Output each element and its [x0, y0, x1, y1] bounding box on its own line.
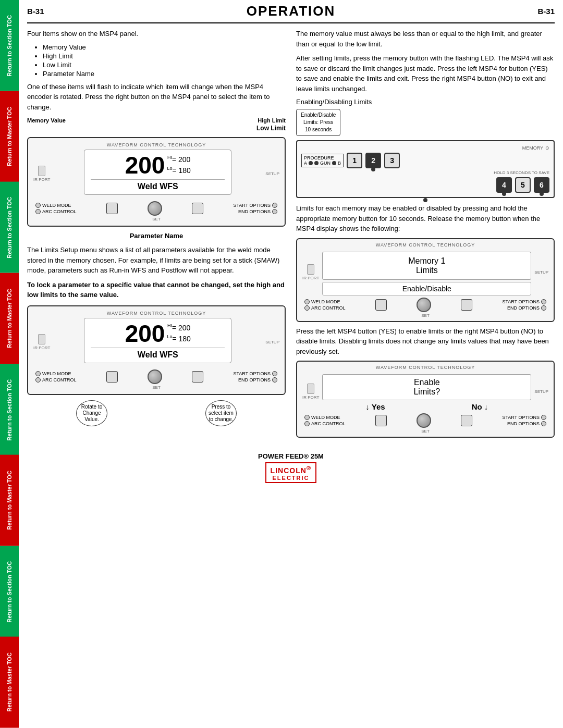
proc-dot-b	[314, 161, 319, 165]
set-label-1: SET	[33, 217, 279, 221]
lincoln-electric: ELECTRIC	[271, 475, 312, 481]
msp4-top-label-1: WAVEFORM CONTROL TECHNOLOGY	[33, 142, 279, 147]
callout-memory-row: Enable/Disable Limits: Press 10 seconds	[296, 109, 555, 136]
enable-disable-display: Enable/Disable	[322, 282, 531, 295]
lincoln-reg: ®	[307, 464, 312, 471]
sidebar-return-master-4[interactable]: Return to Master TOC	[0, 637, 19, 728]
page-num-left: B-31	[27, 7, 44, 16]
mem-btn-3[interactable]: 3	[384, 153, 400, 168]
weld-mode-dot-3	[304, 299, 310, 304]
mem-dot-4	[502, 192, 506, 196]
sidebar-return-section-1[interactable]: Return to Section TOC	[0, 0, 19, 91]
mem-btn-5[interactable]: 5	[515, 177, 531, 193]
low-limit-label: Low Limit	[27, 125, 286, 132]
sub-vals-2: HI= 200 Lo= 180	[167, 323, 190, 344]
product-name: POWER FEED® 25M	[27, 452, 555, 460]
ctrl-box-8	[461, 415, 472, 426]
sidebar-return-section-3[interactable]: Return to Section TOC	[0, 364, 19, 455]
sidebar-return-section-2[interactable]: Return to Section TOC	[0, 182, 19, 273]
end-options-dot-3	[541, 305, 546, 311]
sidebar-return-section-4[interactable]: Return to Section TOC	[0, 546, 19, 637]
weld-mode-dot-4	[304, 415, 310, 420]
start-options-dot-3	[541, 299, 546, 304]
enable-limits-ir-port: IR PORT	[302, 384, 319, 400]
msp4-display-1: 200 HI= 200 Lo= 180 Weld WFS	[84, 150, 231, 195]
mem-limits-controls: WELD MODE ARC CONTROL START OPTIONS	[302, 298, 548, 312]
ctrl-knob-2	[148, 369, 162, 384]
enable-limits-setup: SETUP	[534, 389, 548, 394]
main-number-1: 200	[125, 153, 165, 177]
enable-limits-display: Enable Limits?	[322, 374, 531, 400]
memory-btn-row1: 1 2 3	[347, 153, 400, 168]
end-options-dot-2	[272, 377, 277, 382]
page-header: B-31 OPERATION B-31	[27, 0, 555, 23]
left-column: Four items show on the MSP4 panel. Memor…	[27, 29, 286, 442]
diagram1-container: Memory Value High Limit Low Limit WAVEFO…	[27, 117, 286, 240]
right-para1: The memory value must always be less tha…	[296, 29, 555, 49]
enable-limits-controls: WELD MODE ARC CONTROL START OPTIONS	[302, 413, 548, 428]
ctrl-right-1: START OPTIONS END OPTIONS	[233, 203, 277, 214]
end-options-dot-1	[272, 209, 277, 214]
ctrl-box-4	[192, 371, 203, 382]
mem-limits-panel: WAVEFORM CONTROL TECHNOLOGY IR PORT Memo…	[296, 238, 555, 322]
start-options-dot-1	[272, 203, 277, 208]
end-options-dot-4	[541, 421, 546, 426]
sidebar-return-master-3[interactable]: Return to Master TOC	[0, 455, 19, 546]
sidebar-return-master-2[interactable]: Return to Master TOC	[0, 273, 19, 364]
two-column-layout: Four items show on the MSP4 panel. Memor…	[27, 29, 555, 442]
ctrl-knob-3	[417, 298, 431, 312]
mem-limits-setup: SETUP	[534, 270, 548, 275]
ctrl-knob-1	[148, 201, 162, 216]
msp4-display-2: 200 HI= 200 Lo= 180 Weld WFS	[84, 318, 231, 363]
memory-top-row: PROCEDURE A GUN B	[301, 153, 549, 168]
intro-text: Four items show on the MSP4 panel.	[27, 29, 286, 39]
mem-limits-set: SET	[302, 313, 548, 318]
no-label[interactable]: No ↓	[472, 402, 488, 411]
ctrl-box-2	[192, 203, 203, 214]
set-label-2: SET	[33, 385, 279, 390]
ctrl-box-5	[375, 299, 387, 311]
weld-mode-dot-1	[35, 203, 41, 208]
mem-dot-6	[540, 192, 544, 196]
ctrl-right-2: START OPTIONS END OPTIONS	[233, 371, 277, 382]
setup-label-2: SETUP	[265, 340, 279, 344]
mem-btn-1[interactable]: 1	[347, 153, 362, 168]
mem-limits-ir-port: IR PORT	[302, 264, 319, 280]
sidebar-return-master-1[interactable]: Return to Master TOC	[0, 91, 19, 182]
procedure-section: PROCEDURE A GUN B	[301, 154, 344, 167]
msp4-controls-1: WELD MODE ARC CONTROL STAR	[33, 201, 279, 216]
weld-mode-dot-2	[35, 371, 41, 376]
main-content: B-31 OPERATION B-31 Four items show on t…	[19, 0, 563, 728]
page-num-right: B-31	[537, 7, 555, 16]
ctrl-knob-4	[417, 413, 431, 428]
param-name-display-1: Weld WFS	[91, 179, 225, 191]
arc-control-dot-4	[304, 421, 310, 426]
para1: One of these items will flash to indicat…	[27, 82, 286, 113]
limits-para: The Limits Setup menu shows a list of al…	[27, 245, 286, 276]
mem-dot-2	[371, 167, 375, 171]
mem-btn-4[interactable]: 4	[496, 177, 512, 193]
ctrl-box-7	[375, 415, 387, 426]
yes-label[interactable]: ↓ Yes	[365, 402, 385, 411]
arc-control-dot-2	[35, 377, 41, 382]
mem-btn-6[interactable]: 6	[534, 177, 549, 193]
annotation-row: Memory Value High Limit	[27, 117, 286, 124]
mem-btn-2[interactable]: 2	[365, 153, 381, 168]
start-options-dot-4	[541, 415, 546, 420]
yes-no-para: Press the left MSP4 button (YES) to enab…	[296, 326, 555, 357]
lock-para: To lock a parameter to a specific value …	[27, 280, 286, 300]
ctrl-left-1: WELD MODE ARC CONTROL	[35, 203, 77, 214]
memory-value-label: Memory Value	[27, 117, 66, 124]
msp4-panel-1: WAVEFORM CONTROL TECHNOLOGY IR PORT 200	[27, 137, 286, 227]
proc-dot-a	[309, 161, 313, 165]
enable-limits-set: SET	[302, 429, 548, 434]
msp4-panel-2: WAVEFORM CONTROL TECHNOLOGY IR PORT 200 …	[27, 305, 286, 395]
press-callout: Press to select item to change.	[205, 400, 237, 426]
mem-dot-5	[423, 198, 427, 202]
ctrl-box-3	[106, 371, 118, 382]
msp4-top-label-2: WAVEFORM CONTROL TECHNOLOGY	[33, 311, 279, 316]
limits-para: Limits for each memory may be enabled or…	[296, 203, 555, 234]
proc-dot-c	[332, 161, 336, 165]
lincoln-logo: LINCOLN® ELECTRIC	[265, 462, 317, 483]
mem-limits-display: Memory 1 Limits	[322, 252, 531, 280]
